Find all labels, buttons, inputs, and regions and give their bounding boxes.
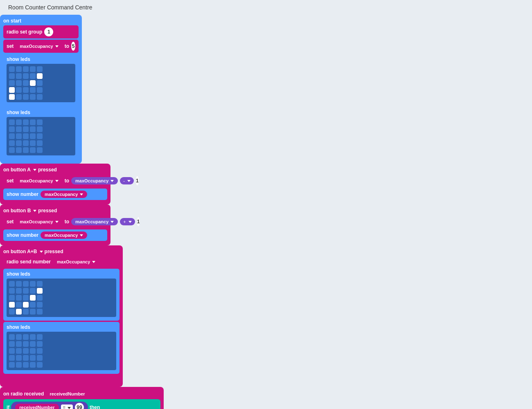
led[interactable] [23, 147, 29, 153]
led[interactable] [16, 288, 22, 294]
led[interactable] [30, 80, 36, 86]
led[interactable] [37, 295, 43, 301]
led[interactable] [9, 140, 15, 146]
led[interactable] [23, 126, 29, 132]
led[interactable] [9, 348, 15, 354]
btn-a-dropdown-icon[interactable] [33, 169, 36, 171]
led[interactable] [16, 281, 22, 287]
led[interactable] [37, 87, 43, 93]
led[interactable] [9, 126, 15, 132]
led[interactable] [23, 281, 29, 287]
led[interactable] [30, 302, 36, 308]
led[interactable] [37, 362, 43, 368]
led[interactable] [9, 295, 15, 301]
led[interactable] [16, 302, 22, 308]
led[interactable] [9, 66, 15, 72]
led[interactable] [23, 362, 29, 368]
led[interactable] [9, 281, 15, 287]
led[interactable] [23, 140, 29, 146]
led[interactable] [23, 94, 29, 100]
btn-a-maxocc-val-pill[interactable]: maxOccupancy [71, 177, 118, 184]
led[interactable] [16, 147, 22, 153]
led[interactable] [16, 94, 22, 100]
led[interactable] [16, 295, 22, 301]
led[interactable] [30, 281, 36, 287]
eq-dropdown[interactable] [68, 407, 71, 409]
led[interactable] [16, 119, 22, 125]
led[interactable] [16, 66, 22, 72]
led[interactable] [9, 355, 15, 361]
led[interactable] [37, 302, 43, 308]
led[interactable] [16, 87, 22, 93]
btn-a-show-num-icon[interactable] [80, 193, 83, 196]
led[interactable] [16, 73, 22, 79]
led[interactable] [30, 348, 36, 354]
btn-b-dropdown-icon[interactable] [33, 210, 36, 212]
btn-a-max-pill[interactable]: maxOccupancy [16, 177, 62, 184]
led[interactable] [30, 147, 36, 153]
btn-b-max-pill[interactable]: maxOccupancy [16, 218, 62, 225]
eq-value[interactable]: 99 [75, 403, 84, 409]
led[interactable] [9, 94, 15, 100]
btn-b-plus-icon[interactable] [128, 221, 132, 223]
maxOccupancy-dropdown-icon[interactable] [55, 45, 59, 47]
led[interactable] [30, 119, 36, 125]
led[interactable] [9, 309, 15, 315]
eq-operator[interactable]: = [61, 405, 73, 409]
led[interactable] [16, 309, 22, 315]
btn-b-show-num-icon[interactable] [80, 234, 83, 236]
start-value[interactable]: 5 [71, 42, 75, 51]
btn-b-show-num-pill[interactable]: maxOccupancy [41, 231, 87, 239]
led[interactable] [16, 140, 22, 146]
led[interactable] [16, 341, 22, 347]
btn-b-max-dropdown-icon[interactable] [55, 221, 59, 223]
led[interactable] [37, 341, 43, 347]
led[interactable] [9, 119, 15, 125]
led[interactable] [23, 348, 29, 354]
radio-group-value[interactable]: 1 [44, 27, 53, 36]
btn-b-val-dropdown-icon[interactable] [110, 221, 114, 223]
led[interactable] [23, 133, 29, 139]
led[interactable] [16, 80, 22, 86]
led[interactable] [37, 94, 43, 100]
led[interactable] [9, 87, 15, 93]
led[interactable] [37, 133, 43, 139]
led[interactable] [37, 281, 43, 287]
led[interactable] [30, 341, 36, 347]
condition-block[interactable]: receivedNumber = 99 [11, 402, 88, 409]
led[interactable] [37, 73, 43, 79]
led[interactable] [30, 133, 36, 139]
led[interactable] [9, 302, 15, 308]
led[interactable] [30, 140, 36, 146]
led[interactable] [9, 73, 15, 79]
led[interactable] [30, 334, 36, 340]
led[interactable] [37, 119, 43, 125]
led[interactable] [37, 309, 43, 315]
led[interactable] [37, 147, 43, 153]
led[interactable] [9, 288, 15, 294]
btn-ab-dropdown-icon[interactable] [40, 251, 43, 253]
btn-a-max-dropdown-icon[interactable] [55, 180, 59, 182]
btn-a-minus-op[interactable]: - [120, 177, 134, 184]
led[interactable] [23, 80, 29, 86]
led[interactable] [23, 73, 29, 79]
maxOccupancy-pill[interactable]: maxOccupancy [16, 43, 62, 50]
led[interactable] [23, 341, 29, 347]
btn-a-minus-icon[interactable] [127, 180, 131, 182]
led[interactable] [16, 334, 22, 340]
btn-b-maxocc-val-pill[interactable]: maxOccupancy [71, 218, 118, 225]
led[interactable] [30, 126, 36, 132]
led[interactable] [23, 288, 29, 294]
led[interactable] [23, 302, 29, 308]
led[interactable] [16, 133, 22, 139]
radio-send-max-icon[interactable] [92, 261, 95, 263]
led[interactable] [23, 334, 29, 340]
radio-send-max-pill[interactable]: maxOccupancy [53, 258, 99, 265]
led[interactable] [16, 362, 22, 368]
led[interactable] [30, 288, 36, 294]
led[interactable] [30, 309, 36, 315]
led[interactable] [16, 355, 22, 361]
led[interactable] [37, 334, 43, 340]
led[interactable] [23, 355, 29, 361]
led[interactable] [9, 362, 15, 368]
